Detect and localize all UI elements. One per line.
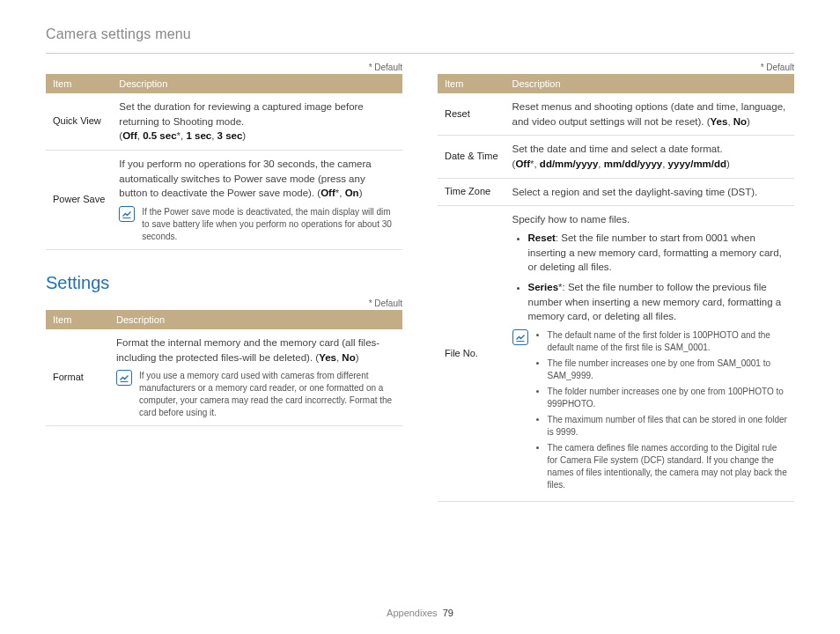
note-icon (119, 206, 135, 222)
note: The default name of the first folder is … (512, 329, 787, 495)
right-column: * Default Item Description Reset Reset m… (438, 63, 794, 502)
table-header-row: Item Description (46, 310, 402, 329)
desc-date-time: Set the date and time and select a date … (505, 136, 794, 178)
item-format: Format (46, 329, 109, 426)
table-top: Item Description Quick View Set the dura… (46, 74, 402, 250)
note-item: The file number increases one by one fro… (548, 358, 787, 382)
page-number: 79 (443, 608, 453, 618)
section-title-settings: Settings (46, 273, 402, 293)
page: Camera settings menu * Default Item Desc… (0, 0, 840, 520)
note: If you use a memory card used with camer… (116, 370, 395, 419)
th-description: Description (112, 74, 402, 93)
table-row: Date & Time Set the date and time and se… (438, 136, 794, 178)
th-item: Item (46, 310, 109, 329)
desc-reset: Reset menus and shooting options (date a… (505, 93, 794, 136)
note-item: The maximum number of files that can be … (548, 414, 787, 439)
table-row: File No. Specify how to name files. Rese… (438, 206, 794, 502)
footer: Appendixes 79 (0, 608, 840, 618)
table-settings: Item Description Format Format the inter… (46, 310, 402, 426)
item-file-no: File No. (438, 206, 505, 502)
table-row: Reset Reset menus and shooting options (… (438, 93, 794, 136)
list-item: Reset: Set the file number to start from… (528, 231, 787, 275)
default-note: * Default (438, 63, 794, 72)
desc-time-zone: Select a region and set the daylight-sav… (505, 178, 794, 206)
note-icon (116, 370, 132, 386)
table-header-row: Item Description (46, 74, 402, 93)
item-date-time: Date & Time (438, 136, 505, 178)
page-title: Camera settings menu (46, 26, 794, 42)
default-note: * Default (46, 63, 402, 72)
table-row: Time Zone Select a region and set the da… (438, 178, 794, 206)
divider (46, 53, 794, 54)
desc-file-no: Specify how to name files. Reset: Set th… (505, 206, 794, 502)
th-description: Description (505, 74, 794, 93)
item-time-zone: Time Zone (438, 178, 505, 206)
default-note: * Default (46, 299, 402, 308)
item-quick-view: Quick View (46, 93, 112, 151)
list-item: Series*: Set the file number to follow t… (528, 280, 787, 324)
table-row: Quick View Set the duration for reviewin… (46, 93, 402, 151)
item-power-save: Power Save (46, 151, 112, 250)
desc-power-save: If you perform no operations for 30 seco… (112, 151, 402, 250)
note-icon (512, 329, 528, 345)
list-file-no: Reset: Set the file number to start from… (512, 231, 787, 324)
table-header-row: Item Description (438, 74, 794, 93)
th-description: Description (109, 310, 402, 329)
left-column: * Default Item Description Quick View Se… (46, 63, 402, 502)
desc-format: Format the internal memory and the memor… (109, 329, 402, 426)
table-row: Power Save If you perform no operations … (46, 151, 402, 250)
note-item: The folder number increases one by one f… (548, 386, 787, 410)
note-list: The default name of the first folder is … (535, 329, 787, 491)
note: If the Power save mode is deactivated, t… (119, 206, 395, 243)
item-reset: Reset (438, 93, 505, 136)
table-row: Format Format the internal memory and th… (46, 329, 402, 426)
desc-quick-view: Set the duration for reviewing a capture… (112, 93, 402, 151)
note-text: If the Power save mode is deactivated, t… (142, 206, 395, 243)
th-item: Item (46, 74, 112, 93)
footer-section: Appendixes (387, 608, 438, 618)
note-text: If you use a memory card used with camer… (139, 370, 395, 419)
note-item: The default name of the first folder is … (548, 329, 787, 354)
note-item: The camera defines file names according … (548, 442, 787, 491)
columns: * Default Item Description Quick View Se… (46, 63, 794, 502)
table-right: Item Description Reset Reset menus and s… (438, 74, 794, 502)
th-item: Item (438, 74, 505, 93)
